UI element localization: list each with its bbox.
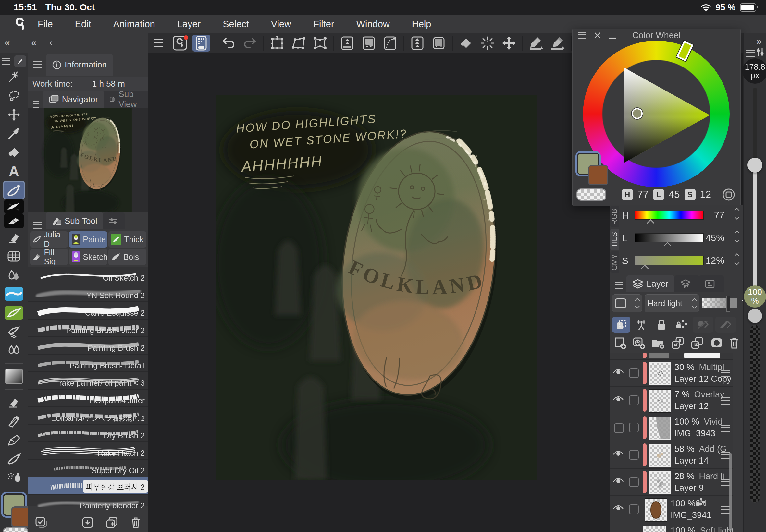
visibility-eye-icon[interactable] (613, 450, 624, 457)
menu-edit[interactable]: Edit (64, 19, 102, 30)
cw-background-swatch[interactable] (588, 165, 608, 185)
brush-rake-painter[interactable]: rake painter/ oil paint < 3 (28, 372, 148, 390)
close-icon[interactable]: ✕ (593, 30, 602, 41)
visibility-eye-icon[interactable] (613, 368, 624, 375)
clip-to-layer-button[interactable] (612, 317, 630, 333)
visibility-eye-icon[interactable] (613, 395, 624, 403)
csp-logo-icon[interactable] (13, 17, 27, 31)
layer-checkbox[interactable] (629, 395, 639, 405)
layer-row-img3943[interactable]: 100 %Vivid IMG_3943 (610, 414, 733, 441)
layer-panel-menu-icon[interactable] (615, 282, 623, 289)
tool-gradient[interactable] (3, 367, 25, 386)
tab-rgb[interactable]: RGB (610, 206, 619, 227)
delete-layer-button[interactable] (729, 337, 739, 349)
tone-curve-button[interactable] (381, 35, 399, 52)
tool-fill[interactable] (3, 143, 25, 162)
tool-liquify[interactable] (3, 247, 25, 266)
fill-tool-button[interactable] (457, 35, 475, 52)
tool-ink-brush[interactable] (4, 199, 24, 214)
layer-handle-icon[interactable] (721, 479, 730, 486)
tab-sub-view[interactable]: Sub View (104, 91, 148, 108)
wheel-mode-icon[interactable] (722, 188, 735, 201)
layer-checkbox[interactable] (629, 504, 639, 514)
layer-row-layer14[interactable]: 58 %Add (G Layer 14 (610, 441, 733, 469)
new-folder-button[interactable] (651, 337, 665, 349)
tab-navigator[interactable]: Navigator (43, 91, 104, 108)
merge-to-new-layer-button[interactable] (671, 337, 685, 349)
tool-custom-leaf-brush[interactable] (3, 303, 25, 322)
tonal-correction-button[interactable] (338, 35, 356, 52)
cw-transparent-swatch[interactable] (577, 188, 606, 201)
screen-tone-button[interactable] (430, 35, 448, 52)
tool-eraser[interactable] (3, 228, 25, 247)
main-menu-button[interactable] (149, 35, 167, 52)
transform-scale-button[interactable] (268, 35, 286, 52)
menu-view[interactable]: View (260, 19, 302, 30)
new-3d-layer-button[interactable] (632, 337, 645, 349)
visibility-eye-icon[interactable] (613, 477, 624, 484)
transparent-color-swatch[interactable] (3, 527, 29, 532)
merge-down-button[interactable] (690, 337, 704, 349)
tool-pencil[interactable] (3, 430, 25, 449)
layer-opacity-slider[interactable] (702, 297, 737, 310)
transform-distort-button[interactable] (289, 35, 308, 52)
layer-checkbox[interactable] (629, 368, 639, 378)
download-brush-icon[interactable] (82, 517, 93, 528)
canvas-area[interactable] (148, 53, 610, 532)
color-wheel-menu-icon[interactable] (578, 32, 586, 39)
set-as-draft-button[interactable] (693, 317, 713, 333)
tool-text[interactable]: A (3, 162, 25, 181)
sv-cursor[interactable] (632, 108, 643, 119)
layer-row-partial[interactable] (610, 353, 733, 360)
visibility-checkbox-off[interactable] (614, 423, 624, 433)
tool-auto-select[interactable] (3, 68, 25, 87)
layer-checkbox[interactable] (629, 450, 639, 460)
texture-strip[interactable] (750, 325, 760, 503)
duplicate-brush-icon[interactable] (106, 517, 118, 528)
tool-flat-marker[interactable] (4, 214, 24, 228)
multi-select-brush-icon[interactable] (35, 517, 48, 528)
tab-sub-tool-extra[interactable] (103, 212, 125, 229)
brush-size-slider[interactable] (753, 88, 757, 295)
tool-brush-pen[interactable] (3, 449, 25, 468)
saturation-steppers[interactable] (735, 254, 739, 264)
blend-mode-select[interactable]: Hard light (645, 294, 699, 312)
visibility-eye-icon[interactable] (613, 504, 624, 512)
layer-row-layer12copy[interactable]: 30 %Multipl Layer 12 Copy (610, 360, 733, 387)
menu-animation[interactable]: Animation (102, 19, 166, 30)
brush-oil-sketch[interactable]: Oil Sketch 2 (28, 267, 148, 284)
tool-custom-sky-brush[interactable] (3, 284, 25, 303)
brush-rake-hatch[interactable]: Rake Hatch 2 (28, 442, 148, 460)
collapse-dock-icon[interactable]: « (5, 37, 10, 48)
brush-painting[interactable]: Painting Brush 2 (28, 337, 148, 355)
marker-erase-button[interactable] (549, 35, 567, 52)
toolstrip-menu-icon[interactable] (2, 58, 10, 65)
menu-file[interactable]: File (27, 19, 64, 30)
saturation-slider[interactable] (635, 256, 704, 265)
tool-move[interactable] (3, 105, 25, 124)
move-tool-button[interactable] (500, 35, 518, 52)
sub-tool-panel-menu-icon[interactable] (33, 222, 42, 229)
layer-checkbox[interactable] (629, 477, 639, 487)
hue-steppers[interactable] (735, 209, 739, 219)
expand-dock-icon[interactable]: » (756, 36, 762, 47)
navigator-panel-menu-icon[interactable] (33, 101, 39, 108)
pen-quick-icon[interactable] (14, 55, 26, 67)
information-panel-menu-icon[interactable] (33, 61, 42, 68)
brush-oilpaint4-tempera[interactable]: □Oilpaint4/テンペラ油彩混色 2 (28, 407, 148, 425)
undo-button[interactable] (219, 35, 237, 52)
tool-eraser-2[interactable] (3, 393, 25, 412)
tab-layer-property[interactable] (675, 275, 699, 292)
tool-lasso[interactable] (3, 87, 25, 105)
menu-layer[interactable]: Layer (166, 19, 212, 30)
layer-handle-icon[interactable] (721, 370, 730, 377)
layer-handle-icon[interactable] (721, 397, 730, 405)
subtool-group-sketch[interactable]: Sketch (69, 249, 107, 265)
tab-sub-tool[interactable]: Sub Tool (46, 212, 103, 229)
tab-hls[interactable]: HLS (610, 229, 619, 250)
layer-mask-button[interactable] (710, 337, 723, 349)
subtool-group-fill[interactable]: Fill Sig (30, 249, 68, 265)
layer-row-layer12[interactable]: 7 %Overlay Layer 12 (610, 387, 733, 414)
layer-checkbox[interactable] (629, 423, 639, 432)
brush-size-handle[interactable] (748, 158, 762, 173)
